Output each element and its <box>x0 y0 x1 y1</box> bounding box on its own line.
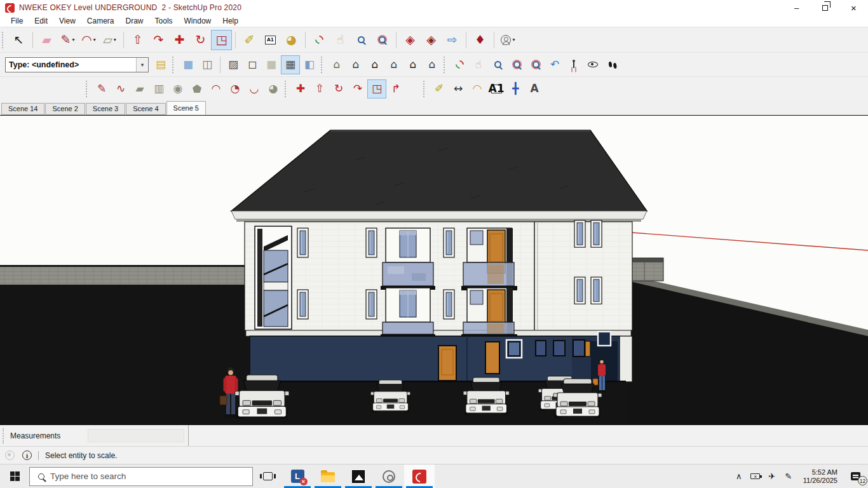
classifier-tool[interactable]: ▤ <box>151 55 170 74</box>
scale-tool-2[interactable]: ◳ <box>367 79 386 98</box>
menu-help[interactable]: Help <box>217 15 244 27</box>
scene-tab-scene-14[interactable]: Scene 14 <box>1 103 44 115</box>
offset-tool[interactable]: ↱ <box>386 79 405 98</box>
taskbar-app-file-explorer[interactable] <box>313 464 343 488</box>
polygon-tool[interactable] <box>187 79 207 98</box>
toolbar-grip[interactable] <box>86 81 88 97</box>
style-hidden-line[interactable]: ■ <box>262 55 281 74</box>
geolocation-icon[interactable] <box>5 451 15 460</box>
3d-text-tool[interactable]: A <box>525 79 544 98</box>
move-tool[interactable]: ✚ <box>169 30 190 50</box>
type-combobox[interactable]: Type: <undefined> ▾ <box>5 57 149 72</box>
search-input[interactable] <box>50 471 252 481</box>
taskbar-app-blue-l[interactable] <box>282 464 313 488</box>
tape-measure-tool[interactable]: ✐ <box>239 30 260 50</box>
arc-tool-2[interactable]: ◠ <box>207 79 226 98</box>
view-front[interactable]: ⌂ <box>365 55 384 74</box>
eraser-tool[interactable]: ▰ <box>36 30 57 50</box>
style-back-edges[interactable]: ▨ <box>224 55 243 74</box>
position-camera[interactable] <box>564 55 583 74</box>
walk-tool[interactable] <box>602 55 621 74</box>
toolbar-grip[interactable] <box>172 57 175 73</box>
restore-button[interactable] <box>811 0 839 15</box>
toolbar-grip[interactable] <box>2 32 4 48</box>
menu-view[interactable]: View <box>53 15 81 27</box>
basement-window-4[interactable] <box>573 340 585 356</box>
view-top[interactable]: ⌂ <box>384 55 403 74</box>
start-button[interactable] <box>0 464 29 488</box>
boundary-wall-left[interactable] <box>0 265 248 285</box>
zoom-tool[interactable] <box>351 30 372 50</box>
freehand-tool[interactable]: ∿ <box>111 79 130 98</box>
rectangle-tool-dropdown[interactable]: ▾ <box>114 37 116 43</box>
taskbar-clock[interactable]: 5:52 AM 11/26/2025 <box>797 468 843 485</box>
viewport-canvas[interactable] <box>0 115 868 424</box>
taskbar-app-photos[interactable] <box>343 464 374 488</box>
3d-warehouse[interactable]: ◈ <box>400 30 421 50</box>
menu-file[interactable]: File <box>5 15 29 27</box>
style-wireframe[interactable]: ◻ <box>243 55 262 74</box>
arc-tool-dropdown[interactable]: ▾ <box>93 37 96 43</box>
orbit-tool-2[interactable] <box>450 55 469 74</box>
minimize-button[interactable]: – <box>782 0 811 15</box>
type-combobox-chevron-icon[interactable]: ▾ <box>136 58 148 72</box>
paint-bucket-tool[interactable]: ◕ <box>281 30 302 50</box>
extension-warehouse[interactable]: ◈ <box>421 30 442 50</box>
taskbar-search[interactable] <box>29 467 253 486</box>
scene-tab-scene-3[interactable]: Scene 3 <box>86 103 125 115</box>
menu-tools[interactable]: Tools <box>149 15 179 27</box>
task-view-button[interactable] <box>253 464 282 488</box>
ruby-gem[interactable]: ♦ <box>470 30 491 50</box>
menu-camera[interactable]: Camera <box>81 15 120 27</box>
tape-measure-tool-2[interactable]: ✐ <box>430 79 449 98</box>
3-point-arc-tool[interactable]: ◡ <box>245 79 264 98</box>
measurements-grip[interactable] <box>3 428 5 444</box>
scene-tab-scene-2[interactable]: Scene 2 <box>45 103 85 115</box>
style-xray[interactable]: ◫ <box>198 55 217 74</box>
basement-window-2[interactable] <box>536 341 546 356</box>
menu-draw[interactable]: Draw <box>120 15 149 27</box>
ground-floor[interactable] <box>250 332 632 382</box>
move-tool-2[interactable]: ✚ <box>291 79 310 98</box>
line-tool-2[interactable]: ✎ <box>92 79 111 98</box>
select-tool[interactable]: ↖ <box>8 30 29 50</box>
taskbar-app-disc[interactable] <box>374 464 404 488</box>
previous-view[interactable]: ↶ <box>545 55 564 74</box>
pushpull-tool-2[interactable]: ⇧ <box>310 79 329 98</box>
dimension-tool[interactable]: ↔ <box>449 79 468 98</box>
style-shaded-textures[interactable]: ▦ <box>281 55 300 74</box>
building[interactable] <box>231 130 647 382</box>
style-monochrome[interactable]: ◧ <box>300 55 319 74</box>
2-point-arc-tool[interactable]: ◔ <box>226 79 245 98</box>
rotate-tool-2[interactable]: ↻ <box>329 79 348 98</box>
line-tool[interactable]: ✎▾ <box>57 30 78 50</box>
door-1[interactable] <box>438 346 456 381</box>
view-right[interactable]: ⌂ <box>423 55 442 74</box>
zoom-window-tool[interactable] <box>507 55 526 74</box>
scene-tab-scene-5[interactable]: Scene 5 <box>166 101 206 115</box>
text-tool[interactable] <box>260 30 281 50</box>
pushpull-tool[interactable]: ⇧ <box>127 30 148 50</box>
info-icon[interactable]: i <box>22 451 32 460</box>
door-2[interactable] <box>485 342 499 374</box>
tray-chevron-icon[interactable]: ∧ <box>731 464 747 488</box>
style-shaded[interactable]: ■ <box>179 55 198 74</box>
pan-tool[interactable]: ☝ <box>330 30 351 50</box>
followme-tool-2[interactable]: ↷ <box>348 79 367 98</box>
menu-window[interactable]: Window <box>179 15 217 27</box>
pan-tool-2[interactable]: ☝ <box>469 55 488 74</box>
view-back[interactable]: ⌂ <box>346 55 365 74</box>
protractor-tool[interactable]: ◠ <box>468 79 487 98</box>
followme-tool[interactable]: ↷ <box>148 30 169 50</box>
view-left[interactable]: ⌂ <box>403 55 423 74</box>
stairwell-window[interactable] <box>255 226 292 329</box>
menu-edit[interactable]: Edit <box>29 15 53 27</box>
battery-icon[interactable] <box>747 464 764 488</box>
arc-tool[interactable]: ◠▾ <box>78 30 99 50</box>
toolbar-grip[interactable] <box>285 81 287 97</box>
look-around[interactable] <box>583 55 602 74</box>
zoom-tool-2[interactable] <box>488 55 507 74</box>
pen-icon[interactable]: ✎ <box>780 464 797 488</box>
scale-tool[interactable]: ◳ <box>211 30 232 50</box>
line-tool-dropdown[interactable]: ▾ <box>72 37 74 43</box>
